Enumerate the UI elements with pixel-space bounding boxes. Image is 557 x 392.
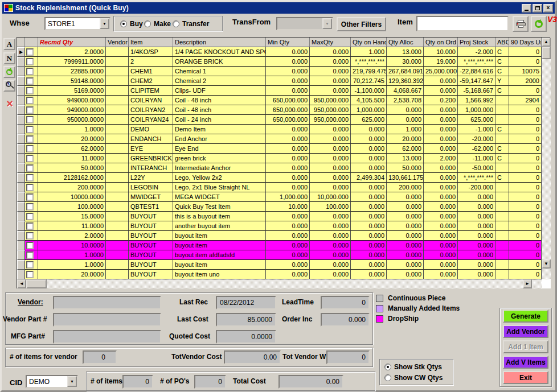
column-header-vendor[interactable]: Vendor [106, 38, 129, 47]
cell-max-qty[interactable]: 0.000 [310, 221, 351, 231]
cell-item[interactable]: BUYOUT [129, 212, 173, 221]
cell-min-qty[interactable]: 650,000.000 [266, 96, 310, 105]
cell-min-qty[interactable]: 0.000 [266, 183, 310, 192]
cell-vendor[interactable] [106, 96, 129, 105]
cell-qty-on-ord[interactable]: 0.000 [424, 125, 458, 134]
cell-qty-on-hand[interactable]: 625.000 [351, 115, 387, 125]
cell-min-qty[interactable]: 0.000 [266, 231, 310, 241]
cell-recmd-qty[interactable]: 1.0000 [38, 260, 106, 270]
cell-abc[interactable] [495, 270, 509, 279]
cell-90-days[interactable]: 0 [509, 250, 542, 260]
table-row[interactable]: 950000.0000 COILRYAN24 Coil - 24 inch 65… [17, 115, 542, 125]
row-selector[interactable] [17, 96, 25, 105]
row-selector[interactable] [17, 67, 25, 76]
cell-item[interactable]: L22Y [129, 173, 173, 183]
cell-description[interactable]: Chemical 1 [173, 67, 266, 76]
cell-proj-stock[interactable]: 0.000 [458, 212, 495, 221]
cell-description[interactable]: Lego, 2x1 Blue Straight NL [173, 183, 266, 192]
column-header-proj-stock[interactable]: Proj Stock [458, 38, 495, 47]
cell-max-qty[interactable]: 0.000 [310, 250, 351, 260]
cell-vendor[interactable] [106, 86, 129, 96]
cell-recmd-qty[interactable]: 950000.0000 [38, 115, 106, 125]
row-checkbox-cell[interactable] [25, 241, 38, 250]
cell-abc[interactable] [495, 250, 509, 260]
row-checkbox[interactable] [26, 261, 34, 269]
cell-vendor[interactable] [106, 47, 129, 57]
cell-item[interactable]: MWIDGET [129, 192, 173, 202]
cell-item[interactable]: GREENBRICK [129, 154, 173, 163]
cell-90-days[interactable]: 0 [509, 221, 542, 231]
cell-vendor[interactable] [106, 202, 129, 212]
row-checkbox[interactable] [26, 77, 34, 85]
cell-max-qty[interactable]: 0.000 [310, 134, 351, 144]
cell-90-days[interactable]: 0 [509, 134, 542, 144]
row-selector[interactable] [17, 270, 25, 279]
row-selector[interactable] [17, 212, 25, 221]
cell-abc[interactable]: C [495, 144, 509, 154]
cell-min-qty[interactable]: 0.000 [266, 163, 310, 173]
cell-description[interactable]: buyout item [173, 241, 266, 250]
cell-item[interactable]: BUYOUT [129, 221, 173, 231]
cell-item[interactable]: COILRYAN2 [129, 105, 173, 115]
cell-qty-alloc[interactable]: 20.000 [387, 134, 424, 144]
regenerate-button[interactable] [3, 66, 15, 78]
cell-qty-on-hand[interactable]: 0.000 [351, 231, 387, 241]
cell-abc[interactable] [495, 96, 509, 105]
cell-recmd-qty[interactable]: 1.0000 [38, 125, 106, 134]
refresh-button[interactable] [531, 16, 547, 32]
cell-abc[interactable]: Y [495, 76, 509, 86]
row-checkbox-cell[interactable] [25, 270, 38, 279]
cell-description[interactable]: Demo Item [173, 125, 266, 134]
cell-recmd-qty[interactable]: 22885.0000 [38, 67, 106, 76]
cell-min-qty[interactable]: 0.000 [266, 86, 310, 96]
row-selector[interactable] [17, 231, 25, 241]
cell-recmd-qty[interactable]: 50.0000 [38, 163, 106, 173]
cell-recmd-qty[interactable]: 2.0000 [38, 47, 106, 57]
cell-qty-alloc[interactable]: 0.000 [387, 115, 424, 125]
cell-90-days[interactable]: 0 [509, 202, 542, 212]
cell-min-qty[interactable]: 0.000 [266, 173, 310, 183]
cell-qty-alloc[interactable]: 13.000 [387, 154, 424, 163]
cell-description[interactable]: Eye End [173, 144, 266, 154]
cell-qty-on-hand[interactable]: 0.000 [351, 270, 387, 279]
table-row[interactable]: 1.0000 BUYOUT buyout item 0.000 0.000 0.… [17, 260, 542, 270]
cell-vendor[interactable] [106, 270, 129, 279]
cell-min-qty[interactable]: 10.000 [266, 202, 310, 212]
row-checkbox-cell[interactable] [25, 105, 38, 115]
cell-qty-alloc[interactable]: 0.000 [387, 260, 424, 270]
table-row[interactable]: 50.0000 INTERANCH Intermediate Anchor 0.… [17, 163, 542, 173]
column-header-min-qty[interactable]: Min Qty [266, 38, 310, 47]
cell-qty-on-ord[interactable]: 0.000 [424, 260, 458, 270]
cell-max-qty[interactable]: 950,000.000 [310, 96, 351, 105]
row-checkbox[interactable] [26, 213, 34, 220]
cell-min-qty[interactable]: 0.000 [266, 144, 310, 154]
row-checkbox[interactable] [26, 68, 34, 75]
cell-abc[interactable] [495, 212, 509, 221]
cell-qty-alloc[interactable]: 267,684.091 [387, 67, 424, 76]
cell-90-days[interactable]: 0 [509, 86, 542, 96]
row-checkbox-cell[interactable] [25, 173, 38, 183]
column-header-90-days[interactable]: 90 Days Us [509, 38, 542, 47]
row-checkbox[interactable] [26, 97, 34, 104]
cell-item[interactable]: EYE [129, 144, 173, 154]
select-none-button[interactable]: N [3, 52, 15, 64]
column-header-description[interactable]: Description [173, 38, 266, 47]
cell-qty-on-hand[interactable]: 0.000 [351, 163, 387, 173]
cell-qty-on-hand[interactable]: 0.000 [351, 260, 387, 270]
cell-proj-stock[interactable]: 0.000 [458, 221, 495, 231]
cell-qty-on-ord[interactable]: 0.000 [424, 76, 458, 86]
cell-abc[interactable] [495, 115, 509, 125]
cell-qty-alloc[interactable]: 1.000 [387, 125, 424, 134]
cell-qty-on-hand[interactable]: 0.000 [351, 134, 387, 144]
cell-max-qty[interactable]: 0.000 [310, 47, 351, 57]
cell-proj-stock[interactable]: 0.000 [458, 241, 495, 250]
row-selector[interactable] [17, 221, 25, 231]
table-row[interactable]: 7999911.0000 2 ORANGE BRICK 0.000 0.000 … [17, 57, 542, 67]
cell-recmd-qty[interactable]: 20.0000 [38, 270, 106, 279]
cell-description[interactable]: Clips- UDF [173, 86, 266, 96]
table-row[interactable]: 200.0000 LEGOBIN Lego, 2x1 Blue Straight… [17, 183, 542, 192]
cell-proj-stock[interactable]: 0.000 [458, 192, 495, 202]
cell-max-qty[interactable]: 0.000 [310, 57, 351, 67]
table-row[interactable]: 949000.0000 COILRYAN2 Coil - 48 inch 650… [17, 105, 542, 115]
table-row[interactable]: 100.0000 QBTEST1 Quick Buy Test Item 10.… [17, 202, 542, 212]
